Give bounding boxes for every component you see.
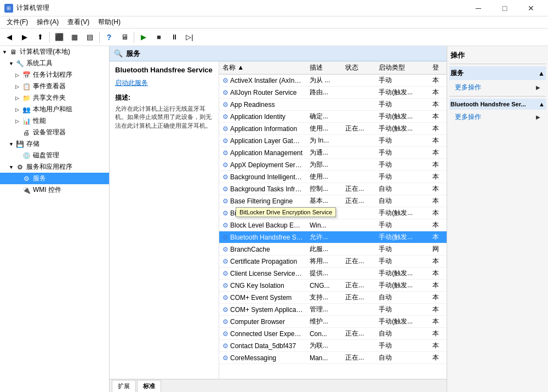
tree-disk-mgmt[interactable]: 💿 磁盘管理 <box>0 150 109 161</box>
tree-event-viewer[interactable]: ▷ 📋 事件查看器 <box>0 81 109 92</box>
toolbar-up[interactable]: ⬆ <box>33 30 47 44</box>
table-row[interactable]: ⚙ActiveX Installer (AxInstSV) 为从 ... 手动 … <box>219 75 447 87</box>
table-row[interactable]: ⚙Bluetooth Handsfree Ser... 允许... 手动(触发.… <box>219 231 447 243</box>
toolbar-forward[interactable]: ▶ <box>18 30 32 44</box>
table-row[interactable]: ⚙Base Filtering Engine 基本... 正在... 自动 本 <box>219 195 447 207</box>
table-row[interactable]: ⚙Block Level Backup Engi... Win... 手动 本 <box>219 219 447 231</box>
table-row[interactable]: ⚙Background Intelligent T... 使用... 手动 本 <box>219 171 447 183</box>
menu-action[interactable]: 操作(A) <box>32 16 63 28</box>
tree-task-scheduler[interactable]: ▷ 📅 任务计划程序 <box>0 69 109 81</box>
toolbar-play[interactable]: ▶ <box>136 30 151 44</box>
tree-shared-label: 共享文件夹 <box>33 93 66 103</box>
tree-system-tools[interactable]: ▼ 🔧 系统工具 <box>0 58 109 69</box>
action-more-ops-2[interactable]: 更多操作 ▶ <box>449 111 546 123</box>
table-row[interactable]: ⚙BitLocker Drive Encryption Service BitL… <box>219 207 447 219</box>
table-row[interactable]: ⚙Connected User Experien... Con... 正在...… <box>219 328 447 340</box>
event-icon: 📋 <box>22 82 31 91</box>
table-row[interactable]: ⚙Contact Data_5dbf437 为联... 手动 本 <box>219 340 447 352</box>
action-section-bluetooth[interactable]: Bluetooth Handsfree Ser... ▲ <box>449 99 546 110</box>
selected-service-name: Bluetooth Handsfree Service <box>115 66 213 74</box>
toolbar-pause[interactable]: ⏸ <box>167 30 181 44</box>
cell-desc: 为从 ... <box>306 75 342 87</box>
action-section-services[interactable]: 服务 ▲ <box>449 66 546 80</box>
cell-name: ⚙Computer Browser <box>219 316 306 328</box>
toolbar-back[interactable]: ◀ <box>2 30 16 44</box>
toolbar-sep1 <box>49 32 50 43</box>
col-name[interactable]: 名称 ▲ <box>219 61 306 75</box>
tree-svc-label: 服务 <box>33 174 46 183</box>
tree-root[interactable]: ▼ 🖥 计算机管理(本地) <box>0 46 109 58</box>
services-title: 服务 <box>126 49 140 59</box>
cell-login: 网 <box>429 243 447 255</box>
tree-services[interactable]: ⚙ 服务 <box>0 173 109 184</box>
col-startup[interactable]: 启动类型 <box>375 61 429 75</box>
tree-wmi[interactable]: 🔌 WMI 控件 <box>0 184 109 196</box>
tree-performance[interactable]: ▷ 📊 性能 <box>0 115 109 127</box>
service-icon: ⚙ <box>222 137 229 145</box>
col-desc[interactable]: 描述 <box>306 61 342 75</box>
toolbar-help[interactable]: ? <box>102 30 116 44</box>
table-row[interactable]: ⚙CNG Key Isolation CNG... 正在... 手动(触发...… <box>219 280 447 292</box>
table-row[interactable]: ⚙Computer Browser 维护... 手动(触发... 本 <box>219 316 447 328</box>
tree-device-manager[interactable]: 🖨 设备管理器 <box>0 127 109 138</box>
table-row[interactable]: ⚙Application Information 使用... 正在... 手动(… <box>219 123 447 135</box>
toolbar-view1[interactable]: ▦ <box>67 30 82 44</box>
tree-event-arrow: ▷ <box>15 84 22 89</box>
cell-startup: 自动 <box>375 352 429 364</box>
service-start-link[interactable]: 启动此服务 <box>115 78 213 88</box>
menu-help[interactable]: 帮助(H) <box>94 16 125 28</box>
col-status[interactable]: 状态 <box>342 61 375 75</box>
toolbar-stop[interactable]: ■ <box>152 30 166 44</box>
table-row[interactable]: ⚙COM+ Event System 支持... 正在... 自动 本 <box>219 292 447 304</box>
toolbar-view2[interactable]: ▤ <box>83 30 97 44</box>
cell-startup: 手动(触发... <box>375 280 429 292</box>
main-layout: ▼ 🖥 计算机管理(本地) ▼ 🔧 系统工具 ▷ 📅 任务计划程序 ▷ 📋 事件… <box>0 46 548 392</box>
cell-name: ⚙AppX Deployment Servic... <box>219 159 306 171</box>
tree-services-apps[interactable]: ▼ ⚙ 服务和应用程序 <box>0 161 109 173</box>
table-row[interactable]: ⚙Application Identity 确定... 手动(触发... 本 <box>219 111 447 123</box>
table-row[interactable]: ⚙COM+ System Application 管理... 手动 本 <box>219 304 447 316</box>
action-more-ops-1[interactable]: 更多操作 ▶ <box>449 81 546 94</box>
service-icon: ⚙ <box>222 234 229 241</box>
table-row[interactable]: ⚙Application Layer Gatewa... 为 In... 手动 … <box>219 135 447 147</box>
tab-expand[interactable]: 扩展 <box>112 380 136 392</box>
tree-sys-arrow: ▼ <box>9 61 15 66</box>
maximize-button[interactable]: □ <box>492 0 517 16</box>
minimize-button[interactable]: ─ <box>466 0 491 16</box>
cell-desc: Win... <box>306 219 342 231</box>
cell-name: ⚙CNG Key Isolation <box>219 280 306 292</box>
menu-file[interactable]: 文件(F) <box>2 16 32 28</box>
cell-login: 本 <box>429 231 447 243</box>
table-row[interactable]: ⚙BranchCache 此服... 手动 网 <box>219 243 447 255</box>
cell-status <box>342 147 375 159</box>
tree-local-users[interactable]: ▷ 👥 本地用户和组 <box>0 104 109 115</box>
table-row[interactable]: ⚙AllJoyn Router Service 路由... 手动(触发... 本 <box>219 87 447 99</box>
cell-desc: 管理... <box>306 304 342 316</box>
table-row[interactable]: ⚙Background Tasks Infras... 控制... 正在... … <box>219 183 447 195</box>
tab-standard[interactable]: 标准 <box>137 380 161 392</box>
cell-status <box>342 75 375 87</box>
table-row[interactable]: ⚙Client License Service (Cli... 提供... 手动… <box>219 268 447 280</box>
table-row[interactable]: ⚙App Readiness 手动 本 <box>219 99 447 111</box>
center-content: Bluetooth Handsfree Service 启动此服务 描述: 允许… <box>110 61 447 379</box>
table-row[interactable]: ⚙AppX Deployment Servic... 为部... 手动 本 <box>219 159 447 171</box>
table-row[interactable]: ⚙CoreMessaging Man... 正在... 自动 本 <box>219 352 447 364</box>
tree-shared-folders[interactable]: ▷ 📁 共享文件夹 <box>0 92 109 104</box>
toolbar-show-hide[interactable]: ⬛ <box>52 30 66 44</box>
col-login[interactable]: 登 <box>429 61 447 75</box>
cell-status <box>342 243 375 255</box>
cell-desc: 使用... <box>306 123 342 135</box>
close-button[interactable]: ✕ <box>518 0 544 16</box>
tree-storage[interactable]: ▼ 💾 存储 <box>0 138 109 150</box>
toolbar-restart[interactable]: ▷| <box>182 30 197 44</box>
service-icon: ⚙ <box>222 342 229 350</box>
cell-desc: Con... <box>306 328 342 340</box>
table-row[interactable]: ⚙Application Management 为通... 手动 本 <box>219 147 447 159</box>
cell-desc: 为 In... <box>306 135 342 147</box>
storage-icon: 💾 <box>15 140 24 149</box>
table-row[interactable]: ⚙Certificate Propagation 将用... 正在... 手动 … <box>219 255 447 268</box>
toolbar-computer[interactable]: 🖥 <box>117 30 132 44</box>
menu-view[interactable]: 查看(V) <box>63 16 94 28</box>
tree-perf-label: 性能 <box>33 116 46 126</box>
cell-status <box>342 340 375 352</box>
